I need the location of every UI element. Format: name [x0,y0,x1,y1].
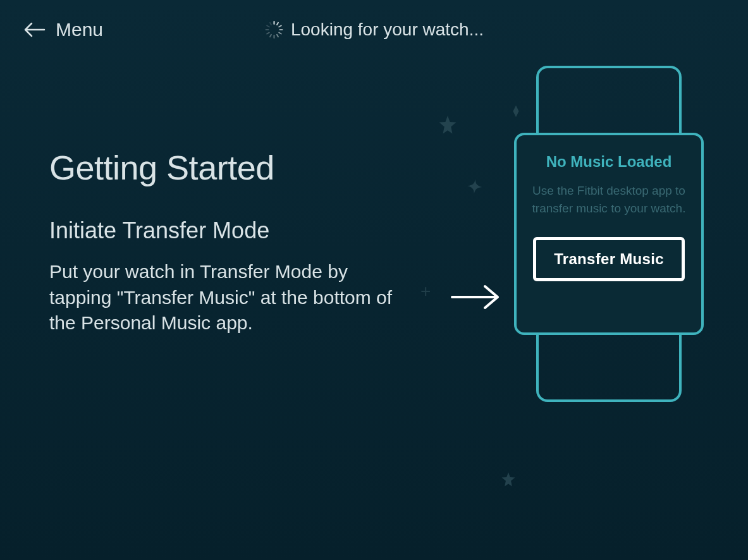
svg-rect-1 [276,21,279,25]
content-area: Getting Started Initiate Transfer Mode P… [0,59,748,336]
watch-screen-body: Use the Fitbit desktop app to transfer m… [530,182,687,217]
header: Menu Looking for [0,0,748,59]
menu-label: Menu [56,19,103,40]
menu-back-button[interactable]: Menu [24,19,103,40]
watch-strap-bottom [536,332,682,402]
star-icon [436,114,459,142]
watch-illustration: No Music Loaded Use the Fitbit desktop a… [508,66,710,402]
transfer-music-button[interactable]: Transfer Music [533,237,685,281]
watch-strap-top [536,66,682,135]
svg-rect-0 [273,21,274,25]
svg-rect-8 [266,32,269,35]
pointer-arrow-icon [451,284,500,313]
watch-screen-title: No Music Loaded [546,153,672,171]
watch-face: No Music Loaded Use the Fitbit desktop a… [514,133,704,335]
svg-rect-5 [276,33,279,37]
svg-rect-9 [265,29,269,30]
plus-icon: + [420,281,431,301]
page-title: Getting Started [49,148,403,187]
svg-rect-10 [266,25,269,28]
status-text: Looking for your watch... [291,20,484,40]
svg-rect-3 [279,29,283,30]
svg-rect-2 [278,25,281,28]
left-column: Getting Started Initiate Transfer Mode P… [49,148,403,336]
sparkle-icon [460,176,488,209]
svg-rect-11 [269,21,272,25]
status-bar: Looking for your watch... [264,20,484,40]
star-icon [500,471,517,493]
svg-rect-4 [278,32,281,35]
watch-wrapper: No Music Loaded Use the Fitbit desktop a… [508,66,710,402]
body-text: Put your watch in Transfer Mode by tappi… [49,259,403,336]
spinner-icon [264,20,283,39]
sub-title: Initiate Transfer Mode [49,217,403,244]
diamond-icon [509,104,523,121]
svg-rect-7 [269,33,272,37]
svg-rect-6 [273,35,274,39]
back-arrow-icon [24,22,46,37]
